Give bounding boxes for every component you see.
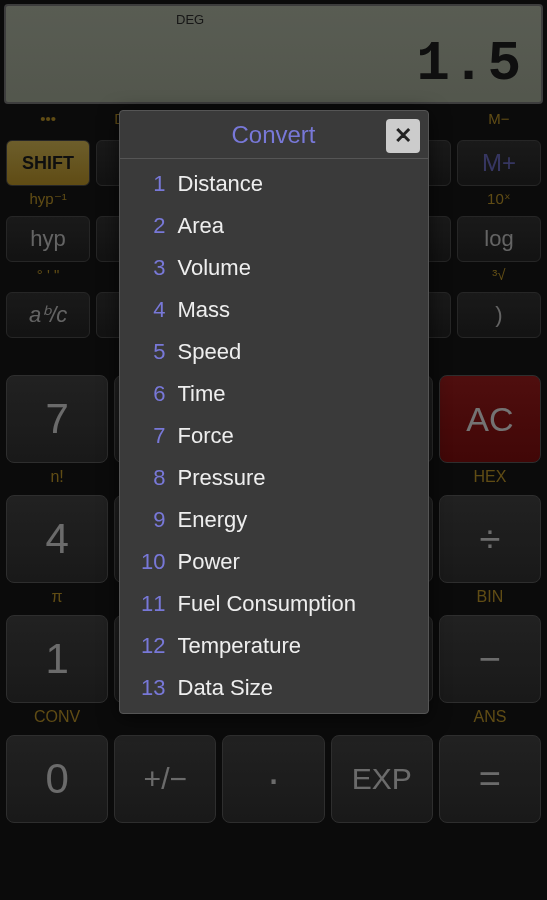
- convert-item-number: 4: [134, 297, 166, 323]
- convert-item-label: Energy: [178, 507, 248, 533]
- modal-header: Convert ✕: [120, 111, 428, 159]
- convert-item-number: 8: [134, 465, 166, 491]
- convert-item-data-size[interactable]: 13Data Size: [120, 667, 428, 709]
- convert-item-number: 11: [134, 591, 166, 617]
- convert-item-label: Power: [178, 549, 240, 575]
- close-button[interactable]: ✕: [386, 119, 420, 153]
- convert-item-number: 10: [134, 549, 166, 575]
- convert-item-label: Pressure: [178, 465, 266, 491]
- convert-item-number: 5: [134, 339, 166, 365]
- modal-title: Convert: [231, 121, 315, 149]
- convert-item-label: Distance: [178, 171, 264, 197]
- convert-item-pressure[interactable]: 8Pressure: [120, 457, 428, 499]
- convert-list: 1Distance2Area3Volume4Mass5Speed6Time7Fo…: [120, 159, 428, 713]
- convert-item-time[interactable]: 6Time: [120, 373, 428, 415]
- convert-item-label: Time: [178, 381, 226, 407]
- convert-item-number: 7: [134, 423, 166, 449]
- convert-item-label: Volume: [178, 255, 251, 281]
- convert-item-number: 1: [134, 171, 166, 197]
- convert-item-distance[interactable]: 1Distance: [120, 163, 428, 205]
- convert-item-power[interactable]: 10Power: [120, 541, 428, 583]
- convert-item-number: 2: [134, 213, 166, 239]
- convert-item-label: Data Size: [178, 675, 273, 701]
- close-icon: ✕: [394, 123, 412, 149]
- convert-item-number: 6: [134, 381, 166, 407]
- convert-item-label: Area: [178, 213, 224, 239]
- convert-item-mass[interactable]: 4Mass: [120, 289, 428, 331]
- convert-modal: Convert ✕ 1Distance2Area3Volume4Mass5Spe…: [119, 110, 429, 714]
- convert-item-number: 13: [134, 675, 166, 701]
- convert-item-speed[interactable]: 5Speed: [120, 331, 428, 373]
- modal-overlay: Convert ✕ 1Distance2Area3Volume4Mass5Spe…: [0, 0, 547, 900]
- convert-item-number: 3: [134, 255, 166, 281]
- convert-item-label: Mass: [178, 297, 231, 323]
- convert-item-volume[interactable]: 3Volume: [120, 247, 428, 289]
- convert-item-fuel-consumption[interactable]: 11Fuel Consumption: [120, 583, 428, 625]
- convert-item-label: Speed: [178, 339, 242, 365]
- convert-item-label: Force: [178, 423, 234, 449]
- convert-item-label: Temperature: [178, 633, 302, 659]
- convert-item-force[interactable]: 7Force: [120, 415, 428, 457]
- convert-item-number: 9: [134, 507, 166, 533]
- convert-item-number: 12: [134, 633, 166, 659]
- convert-item-temperature[interactable]: 12Temperature: [120, 625, 428, 667]
- convert-item-area[interactable]: 2Area: [120, 205, 428, 247]
- convert-item-energy[interactable]: 9Energy: [120, 499, 428, 541]
- convert-item-label: Fuel Consumption: [178, 591, 357, 617]
